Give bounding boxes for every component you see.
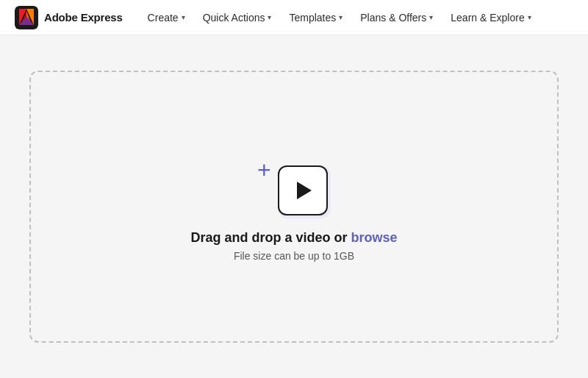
main-content: + Drag and drop a video or browse File s… [0, 35, 588, 378]
nav-quick-actions-label: Quick Actions [203, 12, 265, 24]
nav-learn-explore-label: Learn & Explore [451, 12, 524, 24]
chevron-down-icon: ▾ [339, 13, 343, 21]
nav-create-label: Create [148, 12, 179, 24]
brand-name-text: Adobe Express [44, 11, 123, 24]
nav-templates-label: Templates [289, 12, 336, 24]
video-icon-box [278, 165, 328, 215]
chevron-down-icon: ▾ [429, 13, 433, 21]
drop-zone-text: Drag and drop a video or browse File siz… [190, 230, 397, 262]
nav-item-learn-explore[interactable]: Learn & Explore ▾ [443, 7, 538, 28]
play-triangle-icon [297, 182, 312, 199]
nav-item-quick-actions[interactable]: Quick Actions ▾ [196, 7, 279, 28]
brand-logo-link[interactable]: Adobe Express [15, 6, 123, 29]
chevron-down-icon: ▾ [528, 13, 531, 21]
navbar: Adobe Express Create ▾ Quick Actions ▾ T… [0, 0, 588, 35]
nav-item-create[interactable]: Create ▾ [140, 7, 193, 28]
video-drop-zone[interactable]: + Drag and drop a video or browse File s… [29, 71, 559, 343]
adobe-express-logo [15, 6, 38, 29]
drop-subtitle: File size can be up to 1GB [190, 250, 397, 262]
nav-plans-offers-label: Plans & Offers [360, 12, 426, 24]
chevron-down-icon: ▾ [268, 13, 271, 21]
browse-link[interactable]: browse [351, 230, 398, 245]
drop-title: Drag and drop a video or browse [190, 230, 397, 246]
nav-item-templates[interactable]: Templates ▾ [282, 7, 350, 28]
nav-items: Create ▾ Quick Actions ▾ Templates ▾ Pla… [140, 7, 539, 28]
nav-item-plans-offers[interactable]: Plans & Offers ▾ [353, 7, 440, 28]
upload-icon-group: + [257, 152, 331, 218]
chevron-down-icon: ▾ [182, 13, 185, 21]
plus-icon: + [257, 158, 271, 182]
